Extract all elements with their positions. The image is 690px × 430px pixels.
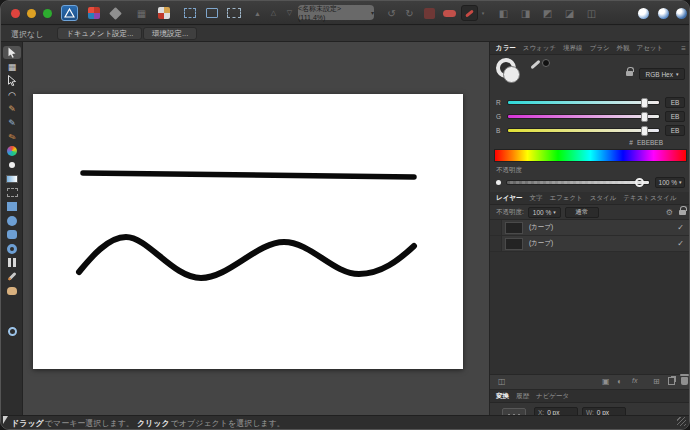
- vector-brush-tool[interactable]: ✎: [1, 127, 22, 145]
- blue-slider-handle[interactable]: [641, 126, 648, 136]
- expand-arrow-area[interactable]: [490, 236, 502, 251]
- hue-strip[interactable]: [494, 149, 687, 162]
- document-setup-button[interactable]: ドキュメント設定...: [57, 27, 142, 40]
- outline-view-icon[interactable]: [673, 5, 690, 21]
- rounded-rectangle-tool[interactable]: [3, 228, 21, 241]
- opacity-slider[interactable]: [506, 180, 650, 185]
- artboard-tool[interactable]: ▦: [3, 60, 21, 73]
- fill-tool[interactable]: [3, 144, 21, 157]
- artboard[interactable]: [33, 94, 463, 369]
- tab-styles[interactable]: スタイル: [590, 194, 617, 203]
- corner-tool[interactable]: ◠: [3, 88, 21, 101]
- link-layers-icon[interactable]: ◫: [498, 377, 506, 386]
- visibility-check-icon[interactable]: ✓: [677, 223, 684, 232]
- designer-persona-icon[interactable]: [61, 5, 78, 21]
- move-tool[interactable]: [3, 46, 21, 59]
- green-slider-handle[interactable]: [641, 112, 648, 122]
- expand-arrow-area[interactable]: [490, 220, 502, 235]
- tab-text-styles[interactable]: テキストスタイル: [623, 194, 676, 203]
- document-title-dropdown[interactable]: <名称未設定> (111.4%) ▾: [298, 5, 374, 20]
- assistant-icon[interactable]: [155, 5, 172, 21]
- adjustment-layer-icon[interactable]: ◐: [617, 377, 622, 386]
- tab-character[interactable]: 文字: [529, 194, 542, 203]
- view-tool[interactable]: [3, 284, 21, 297]
- replace-selection-icon[interactable]: ◪: [561, 5, 578, 21]
- lock-icon[interactable]: [679, 210, 686, 215]
- green-slider[interactable]: [507, 114, 660, 119]
- transparency-tool[interactable]: [3, 172, 21, 185]
- opacity-slider-handle[interactable]: [635, 178, 644, 187]
- tab-stroke[interactable]: 境界線: [563, 44, 583, 53]
- tab-appearance[interactable]: 外観: [617, 44, 630, 53]
- layer-label[interactable]: (カーブ): [529, 223, 553, 232]
- stepper-icon[interactable]: ▾: [679, 179, 682, 185]
- tab-effects[interactable]: エフェクト: [549, 194, 582, 203]
- preview-mode-icon[interactable]: [635, 5, 652, 21]
- vector-crop-tool[interactable]: [3, 186, 21, 199]
- delete-layer-icon[interactable]: [681, 377, 688, 385]
- layer-thumbnail[interactable]: [505, 238, 523, 250]
- red-slider-handle[interactable]: [641, 98, 648, 108]
- color-mode-dropdown[interactable]: RGB Hex ▾: [639, 68, 685, 80]
- chevron-down-icon[interactable]: ▾: [479, 5, 487, 21]
- preferences-button[interactable]: 環境設定...: [143, 27, 197, 40]
- opacity-value[interactable]: 100 % ▾: [655, 177, 685, 188]
- insert-on-top-icon[interactable]: ◨: [517, 5, 534, 21]
- zoom-window-button[interactable]: [43, 9, 52, 18]
- red-slider[interactable]: [507, 100, 660, 105]
- bring-to-front-icon[interactable]: ▲: [249, 5, 266, 21]
- window-resize-grip[interactable]: [677, 417, 686, 426]
- layer-label[interactable]: (カーブ): [529, 239, 553, 248]
- fill-swatch-icon[interactable]: [441, 5, 458, 21]
- actual-size-icon[interactable]: [225, 5, 242, 21]
- add-layer-icon[interactable]: ⊞: [653, 377, 660, 386]
- stroke-swatch-icon[interactable]: [421, 5, 438, 21]
- blue-value[interactable]: EB: [665, 125, 685, 136]
- canvas-area[interactable]: [23, 42, 489, 415]
- layer-row-2[interactable]: (カーブ) ✓: [490, 236, 690, 252]
- blend-mode-dropdown[interactable]: 通常: [565, 207, 599, 218]
- hex-value[interactable]: EBEBEB: [637, 139, 663, 146]
- tab-swatches[interactable]: スウォッチ: [523, 44, 556, 53]
- redo-icon[interactable]: ↻: [401, 5, 418, 21]
- tab-brushes[interactable]: ブラシ: [590, 44, 610, 53]
- close-window-button[interactable]: [11, 9, 20, 18]
- mask-layer-icon[interactable]: ▣: [602, 377, 610, 386]
- pen-tool[interactable]: ✎: [3, 116, 21, 129]
- move-backward-icon[interactable]: ▽: [281, 5, 298, 21]
- layers-empty-area[interactable]: [490, 252, 690, 374]
- zoom-tool[interactable]: [3, 325, 21, 338]
- fill-color-swatch[interactable]: [503, 66, 520, 83]
- pixel-view-icon[interactable]: [655, 5, 672, 21]
- undo-icon[interactable]: ↺: [383, 5, 400, 21]
- zoom-to-selection-icon[interactable]: [203, 5, 220, 21]
- move-forward-icon[interactable]: △: [265, 5, 282, 21]
- blue-slider[interactable]: [507, 128, 660, 133]
- style-pen-icon[interactable]: [461, 5, 478, 21]
- ellipse-tool[interactable]: [3, 214, 21, 227]
- panel-menu-icon[interactable]: ≡: [681, 44, 686, 53]
- color-picker-tool[interactable]: [3, 158, 21, 171]
- node-tool[interactable]: [3, 74, 21, 87]
- insert-behind-icon[interactable]: ◧: [495, 5, 512, 21]
- layer-thumbnail[interactable]: [505, 222, 523, 234]
- eyedropper-icon[interactable]: [530, 60, 540, 70]
- layer-effects-icon[interactable]: fx: [632, 377, 637, 384]
- tab-transform[interactable]: 変換: [496, 392, 509, 401]
- lock-icon[interactable]: [626, 71, 633, 76]
- text-tool[interactable]: [3, 256, 21, 269]
- knife-tool[interactable]: [3, 270, 21, 283]
- insert-inside-icon[interactable]: ◩: [539, 5, 556, 21]
- edit-all-layers-icon[interactable]: ◫: [583, 5, 600, 21]
- tab-navigator[interactable]: ナビゲータ: [536, 392, 569, 401]
- pencil-tool[interactable]: ✎: [3, 102, 21, 115]
- zoom-to-fit-icon[interactable]: [181, 5, 198, 21]
- visibility-check-icon[interactable]: ✓: [677, 239, 684, 248]
- export-persona-icon[interactable]: [107, 5, 124, 21]
- picked-color-swatch[interactable]: [542, 59, 550, 67]
- green-value[interactable]: EB: [665, 111, 685, 122]
- layer-row-1[interactable]: (カーブ) ✓: [490, 220, 690, 236]
- tab-layers[interactable]: レイヤー: [496, 194, 522, 203]
- pixel-persona-icon[interactable]: [85, 5, 102, 21]
- red-value[interactable]: EB: [665, 97, 685, 108]
